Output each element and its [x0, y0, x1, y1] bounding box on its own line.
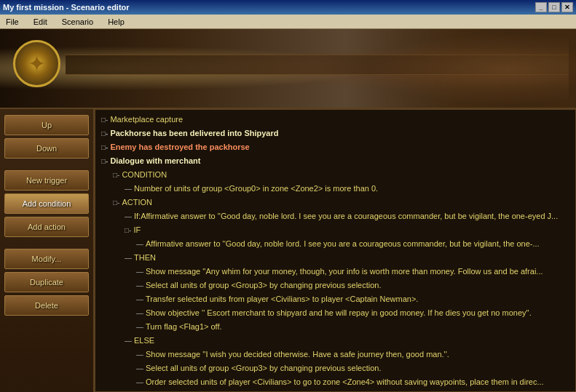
tree-item[interactable]: □-Enemy has destroyed the packhorse: [98, 140, 572, 154]
sidebar: Up Down New trigger Add condition Add ac…: [0, 109, 95, 392]
window-title: My first mission - Scenario editor: [3, 3, 130, 12]
duplicate-button[interactable]: Duplicate: [4, 272, 89, 292]
tree-item[interactable]: —Transfer selected units from player <Ci…: [98, 292, 572, 306]
menu-bar: File Edit Scenario Help: [0, 15, 576, 29]
tree-item[interactable]: —Affirmative answer to ''Good day, noble…: [98, 237, 572, 251]
up-button[interactable]: Up: [4, 115, 89, 135]
menu-scenario[interactable]: Scenario: [59, 16, 96, 28]
close-button[interactable]: ✕: [561, 2, 573, 12]
new-trigger-button[interactable]: New trigger: [4, 170, 89, 191]
tree-item[interactable]: —Show objective '' Escort merchant to sh…: [98, 306, 572, 320]
tree-item[interactable]: □-IF: [98, 223, 572, 237]
tree-item[interactable]: □-CONDITION: [98, 168, 572, 182]
minimize-button[interactable]: _: [535, 2, 547, 12]
tree-item[interactable]: —ELSE: [98, 334, 572, 348]
tree-item[interactable]: □-Marketplace capture: [98, 113, 572, 127]
tree-item[interactable]: —Select all units of group <Group3> by c…: [98, 361, 572, 375]
tree-item[interactable]: —THEN: [98, 251, 572, 265]
menu-file[interactable]: File: [3, 16, 22, 28]
spacer-1: [4, 161, 89, 167]
header-image: ✦: [0, 29, 576, 109]
tree-item[interactable]: □-ACTION: [98, 196, 572, 209]
tree-item[interactable]: —Show message ''I wish you decided other…: [98, 348, 572, 361]
menu-edit[interactable]: Edit: [31, 16, 50, 28]
tree-item[interactable]: —Number of units of group <Group0> in zo…: [98, 182, 572, 196]
tree-item[interactable]: —Select all units of group <Group3> by c…: [98, 279, 572, 292]
tree-item[interactable]: —Turn flag <Flag1> off.: [98, 320, 572, 334]
menu-help[interactable]: Help: [105, 16, 127, 28]
bottom-section: Up Down New trigger Add condition Add ac…: [0, 109, 576, 392]
tree-item[interactable]: —Show message ''Any whim for your money,…: [98, 265, 572, 279]
scenario-tree[interactable]: □-Marketplace capture□-Packhorse has bee…: [95, 109, 576, 392]
tree-item[interactable]: —If:Affirmative answer to ''Good day, no…: [98, 209, 572, 223]
delete-button[interactable]: Delete: [4, 295, 89, 316]
title-bar: My first mission - Scenario editor _ □ ✕: [0, 0, 576, 15]
add-condition-button[interactable]: Add condition: [4, 193, 89, 214]
window-controls: _ □ ✕: [535, 2, 573, 12]
main-area: ✦ Up Down New trigger Add condition Add …: [0, 29, 576, 392]
spacer-2: [4, 240, 89, 246]
tree-item[interactable]: —Order selected units of player <Civilia…: [98, 375, 572, 389]
tree-item[interactable]: □-Packhorse has been delivered into Ship…: [98, 127, 572, 140]
maximize-button[interactable]: □: [548, 2, 560, 12]
add-action-button[interactable]: Add action: [4, 217, 89, 237]
modify-button[interactable]: Modify...: [4, 249, 89, 269]
tree-item[interactable]: □-Merchant has reached the shipyard: [98, 389, 572, 392]
tree-item[interactable]: □-Dialogue with merchant: [98, 154, 572, 168]
medallion-icon: ✦: [13, 40, 60, 87]
down-button[interactable]: Down: [4, 138, 89, 159]
